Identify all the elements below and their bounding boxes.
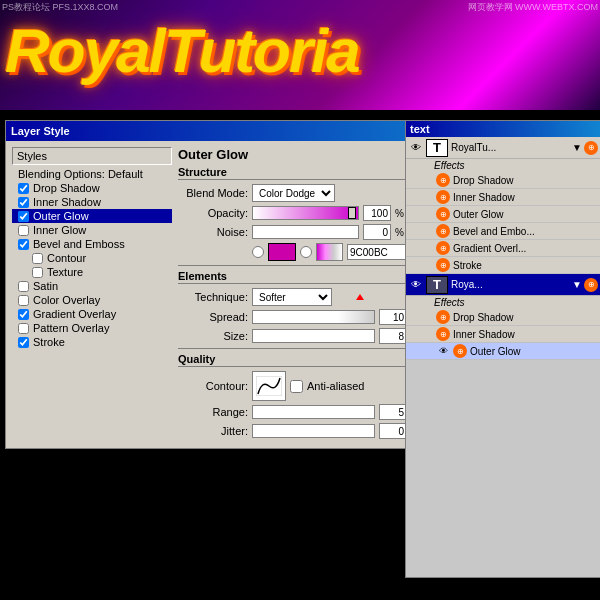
noise-slider[interactable] bbox=[252, 225, 359, 239]
inner-glow-item[interactable]: Inner Glow bbox=[12, 223, 172, 237]
contour-label: Contour: bbox=[178, 380, 248, 392]
stroke-item[interactable]: Stroke bbox=[12, 335, 172, 349]
stroke-checkbox[interactable] bbox=[18, 337, 29, 348]
size-label: Size: bbox=[178, 330, 248, 342]
jitter-row: Jitter: bbox=[178, 423, 407, 439]
watermark-left: PS教程论坛 PFS.1XX8.COM bbox=[2, 2, 118, 14]
gradient-preview[interactable] bbox=[316, 243, 343, 261]
outer-glow-checkbox[interactable] bbox=[18, 211, 29, 222]
effect-icon-7: ⊕ bbox=[436, 310, 450, 324]
effect-icon-5: ⊕ bbox=[436, 241, 450, 255]
layers-panel-title: text bbox=[410, 123, 430, 135]
gradient-overlay-item[interactable]: Gradient Overlay bbox=[12, 307, 172, 321]
quality-title: Quality bbox=[178, 353, 407, 367]
effect-icon-1: ⊕ bbox=[436, 173, 450, 187]
layer-item-1[interactable]: 👁 T RoyalTu... ▼ ⊕ bbox=[406, 137, 600, 159]
layer-name-1: RoyalTu... bbox=[451, 142, 572, 153]
size-row: Size: bbox=[178, 328, 407, 344]
solid-color-radio[interactable] bbox=[252, 246, 264, 258]
structure-title: Structure bbox=[178, 166, 407, 180]
satin-checkbox[interactable] bbox=[18, 281, 29, 292]
bevel-emboss-checkbox[interactable] bbox=[18, 239, 29, 250]
layer-thumb-2: T bbox=[426, 276, 448, 294]
contour-selector[interactable] bbox=[252, 371, 286, 401]
bevel-emboss-item[interactable]: Bevel and Emboss bbox=[12, 237, 172, 251]
satin-item[interactable]: Satin bbox=[12, 279, 172, 293]
effect-drop-shadow-2[interactable]: ⊕ Drop Shadow bbox=[406, 309, 600, 326]
layers-titlebar: text bbox=[406, 121, 600, 137]
blend-mode-label: Blend Mode: bbox=[178, 187, 248, 199]
blending-options-item[interactable]: Blending Options: Default bbox=[12, 167, 172, 181]
color-swatch[interactable] bbox=[268, 243, 296, 261]
technique-select[interactable]: Softer bbox=[252, 288, 332, 306]
anti-alias-label: Anti-aliased bbox=[307, 380, 364, 392]
effect-outer-glow-2[interactable]: 👁 ⊕ Outer Glow bbox=[406, 343, 600, 360]
effect-gradient-1[interactable]: ⊕ Gradient Overl... bbox=[406, 240, 600, 257]
layers-panel: text 👁 T RoyalTu... ▼ ⊕ Effects ⊕ Drop S… bbox=[405, 120, 600, 578]
noise-row: Noise: % bbox=[178, 224, 407, 240]
styles-header[interactable]: Styles bbox=[12, 147, 172, 165]
pattern-overlay-checkbox[interactable] bbox=[18, 323, 29, 334]
effect-bevel-1[interactable]: ⊕ Bevel and Embo... bbox=[406, 223, 600, 240]
opacity-row: Opacity: % bbox=[178, 205, 407, 221]
effect-inner-shadow-2[interactable]: ⊕ Inner Shadow bbox=[406, 326, 600, 343]
texture-checkbox[interactable] bbox=[32, 267, 43, 278]
lock-icon-1: ⊕ bbox=[584, 141, 598, 155]
layer-icons-2: ▼ ⊕ bbox=[572, 278, 598, 292]
size-input[interactable] bbox=[379, 328, 407, 344]
range-input[interactable] bbox=[379, 404, 407, 420]
outer-glow-item[interactable]: Outer Glow bbox=[12, 209, 172, 223]
effect-icon-2: ⊕ bbox=[436, 190, 450, 204]
contour-item[interactable]: Contour bbox=[12, 251, 172, 265]
jitter-label: Jitter: bbox=[178, 425, 248, 437]
drop-shadow-checkbox[interactable] bbox=[18, 183, 29, 194]
effect-outer-glow-1[interactable]: ⊕ Outer Glow bbox=[406, 206, 600, 223]
blend-mode-select[interactable]: Color Dodge bbox=[252, 184, 335, 202]
opacity-input[interactable] bbox=[363, 205, 391, 221]
range-label: Range: bbox=[178, 406, 248, 418]
color-overlay-checkbox[interactable] bbox=[18, 295, 29, 306]
eye-icon-2[interactable]: 👁 bbox=[408, 277, 424, 293]
color-row bbox=[178, 243, 407, 261]
effect-inner-shadow-1[interactable]: ⊕ Inner Shadow bbox=[406, 189, 600, 206]
contour-icon bbox=[256, 376, 282, 396]
eye-icon-1[interactable]: 👁 bbox=[408, 140, 424, 156]
color-overlay-item[interactable]: Color Overlay bbox=[12, 293, 172, 307]
anti-alias-checkbox[interactable] bbox=[290, 380, 303, 393]
elements-title: Elements bbox=[178, 270, 407, 284]
inner-shadow-checkbox[interactable] bbox=[18, 197, 29, 208]
effect-drop-shadow-1[interactable]: ⊕ Drop Shadow bbox=[406, 172, 600, 189]
drop-shadow-item[interactable]: Drop Shadow bbox=[12, 181, 172, 195]
layers-scroll[interactable]: 👁 T RoyalTu... ▼ ⊕ Effects ⊕ Drop Shadow… bbox=[406, 137, 600, 577]
noise-input[interactable] bbox=[363, 224, 391, 240]
inner-glow-checkbox[interactable] bbox=[18, 225, 29, 236]
spread-slider[interactable] bbox=[252, 310, 375, 324]
texture-item[interactable]: Texture bbox=[12, 265, 172, 279]
range-slider[interactable] bbox=[252, 405, 375, 419]
technique-row: Technique: Softer bbox=[178, 288, 407, 306]
watermark-right: 网页教学网 WWW.WEBTX.COM bbox=[468, 2, 599, 14]
effects-label-2: Effects bbox=[406, 296, 600, 309]
opacity-slider[interactable] bbox=[252, 206, 359, 220]
contour-checkbox[interactable] bbox=[32, 253, 43, 264]
spread-input[interactable] bbox=[379, 309, 407, 325]
hex-input[interactable] bbox=[347, 244, 407, 260]
jitter-input[interactable] bbox=[379, 423, 407, 439]
banner-title: RoyalTutoria bbox=[5, 15, 359, 86]
spread-arrow bbox=[356, 294, 364, 300]
link-icon-2: ▼ bbox=[572, 279, 582, 290]
effect-stroke-1[interactable]: ⊕ Stroke bbox=[406, 257, 600, 274]
inner-shadow-item[interactable]: Inner Shadow bbox=[12, 195, 172, 209]
effect-eye-icon[interactable]: 👁 bbox=[436, 344, 450, 358]
pattern-overlay-item[interactable]: Pattern Overlay bbox=[12, 321, 172, 335]
gradient-radio[interactable] bbox=[300, 246, 312, 258]
layer-thumb-1: T bbox=[426, 139, 448, 157]
layer-item-2[interactable]: 👁 T Roya... ▼ ⊕ bbox=[406, 274, 600, 296]
link-icon-1: ▼ bbox=[572, 142, 582, 153]
size-slider[interactable] bbox=[252, 329, 375, 343]
effect-icon-9: ⊕ bbox=[453, 344, 467, 358]
noise-label: Noise: bbox=[178, 226, 248, 238]
technique-label: Technique: bbox=[178, 291, 248, 303]
jitter-slider[interactable] bbox=[252, 424, 375, 438]
gradient-overlay-checkbox[interactable] bbox=[18, 309, 29, 320]
